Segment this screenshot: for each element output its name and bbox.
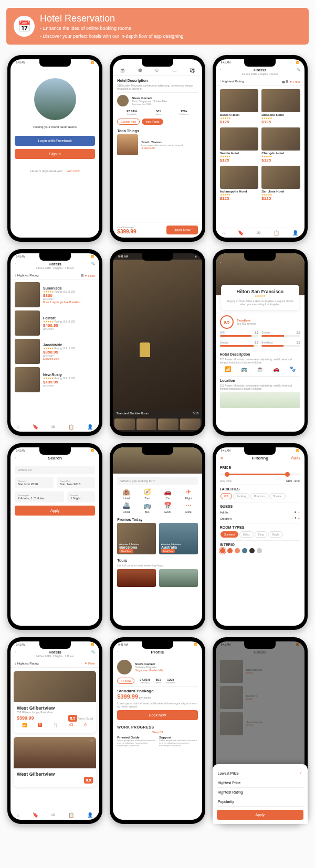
category-more[interactable]: ⋯More: [179, 502, 197, 513]
tab-booking[interactable]: 🔖: [33, 812, 38, 818]
close-icon[interactable]: ✕: [195, 255, 197, 258]
hotel-row[interactable]: Sunonisde ★★★★★ Rating: 8.9 of 100 $800 …: [15, 282, 95, 307]
hotel-row[interactable]: Jacobiside ★★★★★ Rating: 8.9 of 100 $350…: [15, 339, 95, 364]
hotel-card[interactable]: ♡ West Gilbertview 8.5: [14, 737, 96, 787]
back-icon[interactable]: ‹: [220, 68, 221, 71]
book-now-button[interactable]: Book Now: [117, 710, 197, 720]
category-car[interactable]: 🚗Car: [159, 488, 177, 500]
gallery-thumb[interactable]: [180, 419, 201, 430]
color-swatch[interactable]: [227, 548, 233, 553]
hotel-row[interactable]: Feilfort ★★★★★ Rating: 8.9 of 100 $400.9…: [15, 310, 95, 336]
plus-button[interactable]: ＋: [297, 510, 300, 513]
back-icon[interactable]: ‹: [15, 650, 16, 653]
back-icon[interactable]: ‹: [15, 456, 16, 459]
sign-in-button[interactable]: Sign In: [15, 149, 95, 159]
promo-card[interactable]: Attraction & Activities Australia Book N…: [159, 523, 198, 554]
facility-chip[interactable]: Wifi: [220, 493, 232, 499]
filter-button[interactable]: ▼ Filter: [84, 662, 95, 665]
sort-button[interactable]: ↕ Hightest Rating: [15, 662, 39, 665]
tab-news[interactable]: 📋: [68, 424, 74, 430]
minus-button[interactable]: −: [292, 517, 294, 520]
tab-news[interactable]: 📋: [274, 230, 279, 235]
color-swatch[interactable]: [220, 548, 225, 553]
apply-button[interactable]: Apply: [217, 810, 303, 820]
room-type-chip[interactable]: King: [255, 531, 267, 538]
close-icon[interactable]: ✕: [220, 456, 224, 460]
hotel-row[interactable]: New Rusty ★★★★★ Rating: 8.9 of 100 $139.…: [15, 367, 95, 392]
tab-home[interactable]: ⌂: [17, 424, 19, 430]
sort-option[interactable]: Popularity: [217, 797, 303, 807]
tab-booking[interactable]: 🔖: [33, 424, 38, 430]
checkin-input[interactable]: Check In Sat, Nov 2018: [15, 477, 54, 488]
category-flight[interactable]: ✈Flight: [179, 488, 197, 500]
filter-button[interactable]: ▼ Filter: [289, 80, 300, 83]
plus-button[interactable]: ＋: [297, 517, 300, 520]
map-view[interactable]: [220, 392, 300, 408]
reviews-link[interactable]: See 801 reviews: [237, 322, 256, 325]
search-icon[interactable]: 🔍: [91, 650, 95, 653]
view-profile-button[interactable]: View Profile: [142, 119, 163, 125]
tab-messages[interactable]: ✉: [51, 424, 56, 430]
host-avatar[interactable]: [117, 95, 129, 106]
back-icon[interactable]: ‹: [15, 262, 16, 265]
color-swatch[interactable]: [257, 548, 262, 553]
hotel-card[interactable]: San Jose Hotel ★★★★★ $125: [261, 166, 300, 201]
sort-button[interactable]: ↕ Hightest Rating: [15, 274, 39, 277]
apply-link[interactable]: Apply: [291, 456, 300, 459]
category-tour[interactable]: 🧭Tour: [138, 488, 156, 500]
sort-option[interactable]: Lowest Price✓: [217, 768, 303, 778]
join-now-link[interactable]: Join Now: [67, 169, 80, 173]
book-now-button[interactable]: Book Now: [166, 226, 198, 234]
sort-option[interactable]: Hightest Price: [217, 778, 303, 788]
sort-button[interactable]: ↕ Hightest Rating: [220, 80, 244, 83]
tab-account[interactable]: 👤: [87, 424, 93, 430]
checkout-input[interactable]: Check Out Sun, Nov 2018: [57, 477, 96, 488]
tour-card[interactable]: [117, 569, 156, 587]
tab-booking[interactable]: 🔖: [238, 230, 244, 235]
apply-button[interactable]: Apply: [15, 506, 95, 516]
profile-avatar[interactable]: [117, 660, 132, 674]
hotel-card[interactable]: Seattle Hotel ★★★★★ $125: [220, 127, 259, 163]
hotel-card[interactable]: West Gilbertview 553 Gilberto Lodge, Eas…: [14, 671, 96, 733]
tab-account[interactable]: 👤: [87, 812, 93, 818]
search-icon[interactable]: 🔍: [297, 68, 300, 71]
back-icon[interactable]: ‹: [117, 650, 118, 653]
guests-input[interactable]: Passengers 2 Adults, 1 Children: [15, 491, 64, 502]
hotel-card[interactable]: Indianapolis Hotel ★★★★★ $125: [220, 166, 259, 201]
follow-button[interactable]: + Follow: [117, 678, 134, 684]
gallery-image[interactable]: [113, 260, 202, 410]
gallery-thumb[interactable]: [114, 419, 135, 430]
contact-host-button[interactable]: Contact Host: [117, 119, 140, 125]
gallery-thumb[interactable]: [158, 419, 178, 430]
tab-home[interactable]: ⌂: [222, 230, 225, 235]
search-icon[interactable]: 🔍: [91, 262, 95, 265]
search-input[interactable]: What're you looking for ?: [117, 477, 197, 485]
facility-chip[interactable]: Premium: [250, 493, 268, 499]
tab-home[interactable]: ⌂: [17, 812, 19, 818]
facility-chip[interactable]: Parking: [233, 493, 249, 499]
category-bus[interactable]: 🚌Bus: [138, 502, 156, 513]
color-swatch[interactable]: [235, 548, 240, 553]
tab-messages[interactable]: ✉: [257, 230, 261, 235]
nights-input[interactable]: Duration 1 Night: [67, 491, 95, 502]
hotel-card[interactable]: Boston Hotel ★★★★★ $125: [220, 89, 259, 124]
minus-button[interactable]: −: [292, 510, 294, 513]
tab-news[interactable]: 📋: [68, 812, 74, 818]
login-facebook-button[interactable]: Login with Facebook: [15, 136, 95, 146]
tab-messages[interactable]: ✉: [51, 812, 56, 818]
hotel-card[interactable]: Chengdu Hotel ★★★★★ $125: [261, 127, 300, 163]
room-type-chip[interactable]: Delux: [239, 531, 254, 538]
tab-account[interactable]: 👤: [292, 230, 298, 235]
facility-chip[interactable]: Shower: [269, 493, 286, 499]
price-slider[interactable]: [220, 474, 300, 475]
view-grid-icon[interactable]: ▦: [282, 80, 285, 83]
color-swatch[interactable]: [249, 548, 255, 553]
sort-option[interactable]: Hightest Rating: [217, 788, 303, 797]
view-list-icon[interactable]: ☰: [81, 274, 83, 277]
favorite-icon[interactable]: ♡: [90, 739, 93, 743]
color-swatch[interactable]: [242, 548, 247, 553]
room-type-chip[interactable]: Standard: [220, 531, 238, 538]
room-type-chip[interactable]: Single: [268, 531, 283, 538]
tour-card[interactable]: [159, 569, 198, 587]
where-input[interactable]: Where to?: [15, 466, 95, 474]
